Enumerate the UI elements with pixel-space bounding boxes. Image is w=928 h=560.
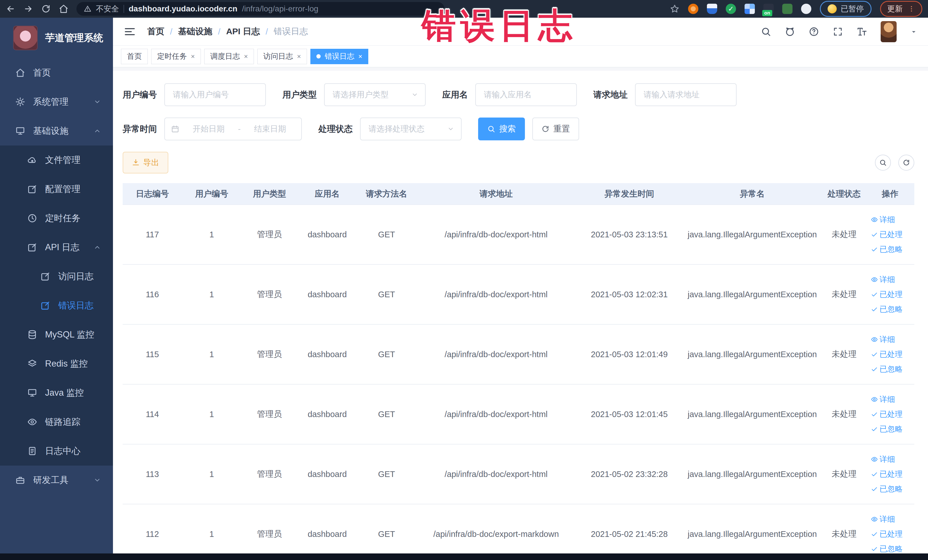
search-button[interactable]: 搜索 <box>478 117 525 140</box>
cell-time: 2021-05-03 12:02:31 <box>576 290 683 299</box>
cell-user-id: 1 <box>182 529 241 539</box>
sidebar-item-log-center[interactable]: 日志中心 <box>0 436 113 465</box>
action-processed[interactable]: 已处理 <box>871 229 903 240</box>
extension-icon[interactable] <box>688 4 698 14</box>
sidebar-collapse-icon[interactable] <box>124 26 136 38</box>
action-detail[interactable]: 详细 <box>871 454 895 464</box>
action-ignore[interactable]: 已忽略 <box>871 544 903 554</box>
action-processed[interactable]: 已处理 <box>871 349 903 359</box>
app-name-input[interactable] <box>475 83 577 106</box>
briefcase-icon <box>15 475 25 485</box>
extension-icon[interactable] <box>782 4 792 14</box>
cell-log-id: 112 <box>123 529 182 539</box>
sidebar-item-system[interactable]: 系统管理 <box>0 87 113 116</box>
sidebar-item-dev-tools[interactable]: 研发工具 <box>0 465 113 495</box>
font-size-icon[interactable] <box>857 26 867 37</box>
row-actions: 详细已处理已忽略 <box>866 454 914 494</box>
tab-close-icon[interactable]: × <box>191 52 195 61</box>
process-status-select[interactable]: 请选择处理状态 <box>360 117 462 140</box>
user-type-select[interactable]: 请选择用户类型 <box>324 83 426 106</box>
breadcrumb-separator: / <box>266 27 268 37</box>
action-processed[interactable]: 已处理 <box>871 409 903 420</box>
address-bar[interactable]: 不安全 dashboard.yudao.iocoder.cn/infra/log… <box>76 2 444 16</box>
browser-forward-icon[interactable] <box>23 4 33 14</box>
extension-icon[interactable] <box>707 4 717 14</box>
sidebar-item-redis[interactable]: Redis 监控 <box>0 349 113 378</box>
extension-icon[interactable] <box>801 4 811 14</box>
browser-update-button[interactable]: 更新 <box>880 1 922 17</box>
breadcrumb-item[interactable]: API 日志 <box>226 26 260 37</box>
user-avatar[interactable] <box>881 21 897 42</box>
breadcrumb-item[interactable]: 基础设施 <box>178 26 212 37</box>
browser-back-icon[interactable] <box>6 4 15 14</box>
action-processed[interactable]: 已处理 <box>871 529 903 539</box>
tab-error-log[interactable]: 错误日志 × <box>310 49 368 64</box>
date-range-picker[interactable]: 开始日期 - 结束日期 <box>164 117 302 140</box>
export-button[interactable]: 导出 <box>123 152 168 174</box>
action-detail[interactable]: 详细 <box>871 215 895 225</box>
tab-close-icon[interactable]: × <box>297 52 301 61</box>
toggle-search-button[interactable] <box>875 155 891 171</box>
sidebar-item-mysql[interactable]: MySQL 监控 <box>0 320 113 349</box>
table-row: 114 1 管理员 dashboard GET /api/infra/db-do… <box>123 385 914 444</box>
request-url-input[interactable] <box>635 83 737 106</box>
action-processed[interactable]: 已处理 <box>871 469 903 479</box>
security-warning-icon[interactable] <box>84 5 91 12</box>
browser-home-icon[interactable] <box>59 4 69 14</box>
caret-down-icon[interactable] <box>910 28 917 35</box>
table-body: 117 1 管理员 dashboard GET /api/infra/db-do… <box>123 205 914 560</box>
bookmark-star-icon[interactable] <box>670 4 679 14</box>
app-logo-row[interactable]: 芋道管理系统 <box>0 18 113 58</box>
tab-schedule-log[interactable]: 调度日志 × <box>204 49 254 64</box>
browser-menu-icon[interactable] <box>908 5 915 12</box>
extension-icon[interactable]: on <box>763 4 774 14</box>
browser-reload-icon[interactable] <box>41 4 51 14</box>
cell-app-name: dashboard <box>298 350 357 359</box>
tab-scheduled-jobs[interactable]: 定时任务 × <box>151 49 201 64</box>
sidebar-item-error-log[interactable]: 错误日志 <box>0 291 113 320</box>
sidebar-item-files[interactable]: 文件管理 <box>0 145 113 175</box>
sidebar-item-config[interactable]: 配置管理 <box>0 175 113 204</box>
action-ignore[interactable]: 已忽略 <box>871 484 903 494</box>
sidebar-item-api-log[interactable]: API 日志 <box>0 233 113 262</box>
row-actions: 详细已处理已忽略 <box>866 215 914 255</box>
fullscreen-icon[interactable] <box>833 26 843 37</box>
filter-row-2: 异常时间 开始日期 - 结束日期 处理状态 请选择处理状态 <box>123 117 914 140</box>
extension-icon[interactable]: ✓ <box>726 4 736 14</box>
cell-status: 未处理 <box>822 528 866 540</box>
action-ignore[interactable]: 已忽略 <box>871 304 903 314</box>
help-icon[interactable] <box>809 26 819 37</box>
tab-close-icon[interactable]: × <box>244 52 248 61</box>
profile-paused-chip[interactable]: 已暂停 <box>820 1 872 17</box>
reset-button[interactable]: 重置 <box>532 117 579 140</box>
action-ignore[interactable]: 已忽略 <box>871 424 903 434</box>
action-detail[interactable]: 详细 <box>871 514 895 524</box>
security-label[interactable]: 不安全 <box>96 4 119 14</box>
sidebar-item-jobs[interactable]: 定时任务 <box>0 204 113 233</box>
search-icon[interactable] <box>761 26 771 37</box>
edit-icon <box>27 184 37 194</box>
eye-icon <box>871 396 878 403</box>
sidebar-item-tracing[interactable]: 链路追踪 <box>0 407 113 436</box>
sidebar-item-home[interactable]: 首页 <box>0 58 113 87</box>
tab-close-icon[interactable]: × <box>358 52 362 61</box>
row-actions: 详细已处理已忽略 <box>866 334 914 374</box>
sidebar-item-java[interactable]: Java 监控 <box>0 378 113 407</box>
sidebar-item-access-log[interactable]: 访问日志 <box>0 262 113 291</box>
page-content: 用户编号 用户类型 请选择用户类型 应用名 请求地址 <box>113 71 928 560</box>
action-detail[interactable]: 详细 <box>871 275 895 285</box>
action-detail[interactable]: 详细 <box>871 394 895 404</box>
cell-log-id: 117 <box>123 230 182 240</box>
tab-access-log[interactable]: 访问日志 × <box>257 49 307 64</box>
refresh-table-button[interactable] <box>898 155 914 171</box>
github-icon[interactable] <box>785 26 795 37</box>
user-id-input[interactable] <box>164 83 266 106</box>
tab-home[interactable]: 首页 <box>121 49 148 64</box>
extension-icon[interactable] <box>745 4 755 14</box>
action-processed[interactable]: 已处理 <box>871 289 903 299</box>
action-ignore[interactable]: 已忽略 <box>871 364 903 374</box>
breadcrumb-item[interactable]: 首页 <box>147 26 164 37</box>
sidebar-item-infra[interactable]: 基础设施 <box>0 116 113 145</box>
action-detail[interactable]: 详细 <box>871 334 895 345</box>
action-ignore[interactable]: 已忽略 <box>871 244 903 255</box>
